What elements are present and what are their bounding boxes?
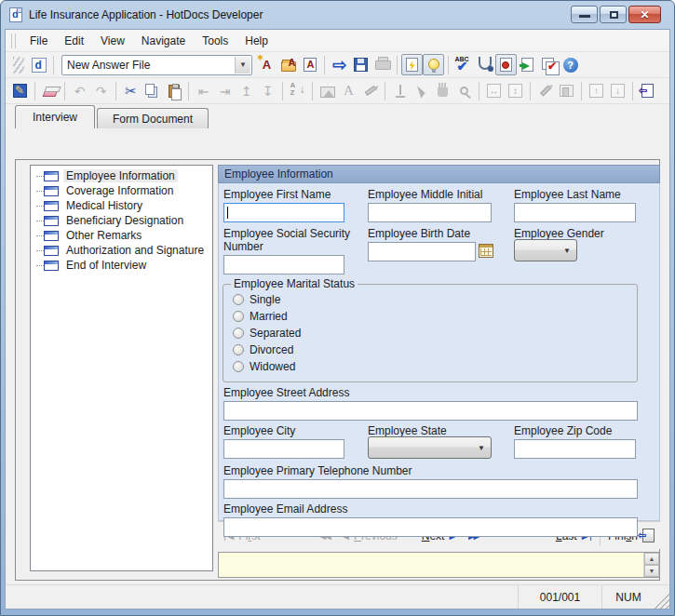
- radio-single[interactable]: Single: [233, 293, 280, 306]
- instant-update-button[interactable]: [401, 54, 423, 75]
- first-name-input[interactable]: [223, 203, 344, 222]
- radio-divorced[interactable]: Divorced: [233, 343, 293, 356]
- spell-check-icon: ABC✔: [455, 57, 472, 74]
- paste-button[interactable]: [163, 80, 184, 101]
- restore-button[interactable]: [600, 6, 627, 23]
- toolbar-edit: ↶ ↷ ✂ ⇤ ⇥ ↥ ↧ A Z↓ A ↔ ↕: [6, 78, 669, 104]
- answer-file-editor-button[interactable]: A: [299, 54, 320, 75]
- image-icon: [320, 87, 335, 98]
- instant-update-icon: [406, 58, 418, 72]
- variable-field-icon: [500, 58, 512, 72]
- minimize-icon: [579, 15, 590, 18]
- toolbar-grip[interactable]: [13, 57, 24, 74]
- scroll-down-button[interactable]: ▼: [644, 565, 659, 577]
- resource-pane[interactable]: ▲ ▼: [218, 552, 660, 578]
- close-button[interactable]: ✕: [628, 6, 661, 23]
- tree-item-other-remarks[interactable]: Other Remarks: [31, 228, 212, 243]
- middle-initial-input[interactable]: [368, 203, 492, 222]
- phone-input[interactable]: [223, 479, 638, 499]
- edit-field-button[interactable]: [9, 80, 31, 101]
- erase-answers-button[interactable]: [39, 80, 61, 101]
- test-debug-button[interactable]: [474, 54, 495, 75]
- tree-item-end-of-interview[interactable]: End of Interview: [31, 258, 212, 273]
- gender-dropdown[interactable]: ▼: [514, 239, 577, 261]
- hotdocs-button[interactable]: [28, 54, 49, 75]
- sort-az-button[interactable]: A Z↓: [287, 80, 308, 101]
- save-document-button[interactable]: [350, 54, 371, 75]
- field-down-button[interactable]: ↓: [607, 80, 628, 101]
- pan-tool-button[interactable]: [432, 80, 453, 101]
- cut-button[interactable]: ✂: [120, 80, 142, 101]
- fit-width-button[interactable]: ↔: [483, 80, 505, 101]
- radio-separated[interactable]: Separated: [233, 327, 301, 340]
- text-tool-button[interactable]: [389, 80, 411, 101]
- font-button[interactable]: A: [338, 80, 359, 101]
- open-answer-file-button[interactable]: A: [277, 54, 299, 75]
- tree-item-beneficiary-designation[interactable]: Beneficiary Designation: [31, 213, 212, 228]
- menu-tools[interactable]: Tools: [194, 32, 236, 50]
- calendar-icon[interactable]: [479, 244, 493, 258]
- app-icon: [9, 7, 22, 22]
- state-dropdown[interactable]: ▼: [368, 436, 492, 459]
- tree-item-employee-information[interactable]: Employee Information: [31, 168, 212, 183]
- tab-interview[interactable]: Interview: [15, 105, 95, 128]
- field-down-icon: ↓: [611, 84, 625, 98]
- menu-navigate[interactable]: Navigate: [133, 32, 194, 50]
- radio-widowed[interactable]: Widowed: [233, 360, 295, 373]
- radio-married[interactable]: Married: [233, 310, 288, 323]
- minimize-button[interactable]: [571, 6, 598, 23]
- highlighter-button[interactable]: [359, 80, 381, 101]
- draw-tool-button[interactable]: [534, 80, 556, 101]
- menu-grip[interactable]: [11, 33, 16, 48]
- combo-dropdown-icon[interactable]: ▼: [235, 57, 250, 74]
- answer-file-combobox[interactable]: New Answer File ▼: [61, 55, 252, 75]
- menu-bar: File Edit View Navigate Tools Help: [6, 30, 669, 52]
- city-input[interactable]: [223, 439, 344, 459]
- field-up-button[interactable]: ↑: [586, 80, 607, 101]
- layout-icon: [560, 85, 574, 97]
- select-tool-button[interactable]: [411, 80, 432, 101]
- dialog-icon: [44, 216, 59, 226]
- tab-form-document[interactable]: Form Document: [97, 108, 209, 128]
- markup-check-button[interactable]: ✔: [538, 54, 560, 75]
- scroll-up-button[interactable]: ▲: [644, 553, 659, 565]
- title-bar[interactable]: Life Insurance Application - HotDocs Dev…: [1, 1, 674, 29]
- goto-answer-button[interactable]: [637, 80, 658, 101]
- tree-item-coverage-information[interactable]: Coverage Information: [31, 183, 212, 198]
- ssn-input[interactable]: [223, 255, 344, 275]
- tree-item-medical-history[interactable]: Medical History: [31, 198, 212, 213]
- menu-help[interactable]: Help: [236, 32, 277, 50]
- resource-scrollbar[interactable]: ▲ ▼: [643, 553, 659, 577]
- menu-edit[interactable]: Edit: [56, 32, 92, 50]
- outdent-icon: ⇤: [198, 85, 209, 98]
- interview-form-panel: Employee Information Employee First Name…: [218, 165, 660, 549]
- variable-field-button[interactable]: [495, 54, 517, 75]
- layout-button[interactable]: [556, 80, 577, 101]
- help-button[interactable]: ?: [560, 54, 581, 75]
- redo-button[interactable]: ↷: [90, 80, 112, 101]
- tree-item-authorization-and-signature[interactable]: Authorization and Signature: [31, 243, 212, 258]
- send-to-word-processor-button[interactable]: ⇨: [329, 54, 350, 75]
- move-down-button[interactable]: ↧: [257, 80, 278, 101]
- street-input[interactable]: [223, 401, 638, 421]
- zip-input[interactable]: [514, 439, 636, 459]
- move-up-button[interactable]: ↥: [236, 80, 257, 101]
- undo-button[interactable]: ↶: [69, 80, 90, 101]
- last-name-input[interactable]: [514, 203, 636, 222]
- spell-check-button[interactable]: ABC✔: [452, 54, 474, 75]
- menu-view[interactable]: View: [92, 32, 133, 50]
- outdent-button[interactable]: ⇤: [193, 80, 214, 101]
- birth-date-input[interactable]: [368, 242, 476, 261]
- indent-button[interactable]: ⇥: [214, 80, 236, 101]
- menu-file[interactable]: File: [21, 32, 56, 50]
- zoom-tool-button[interactable]: [453, 80, 475, 101]
- answer-field-button[interactable]: [517, 54, 538, 75]
- resource-pane-button[interactable]: [423, 54, 444, 75]
- resize-grip[interactable]: [655, 585, 669, 609]
- insert-image-button[interactable]: [317, 80, 338, 101]
- copy-button[interactable]: [142, 80, 163, 101]
- fit-height-button[interactable]: ↕: [505, 80, 526, 101]
- email-input[interactable]: [223, 517, 638, 537]
- print-document-button[interactable]: [371, 54, 393, 75]
- new-answer-file-button[interactable]: A✶: [256, 54, 277, 75]
